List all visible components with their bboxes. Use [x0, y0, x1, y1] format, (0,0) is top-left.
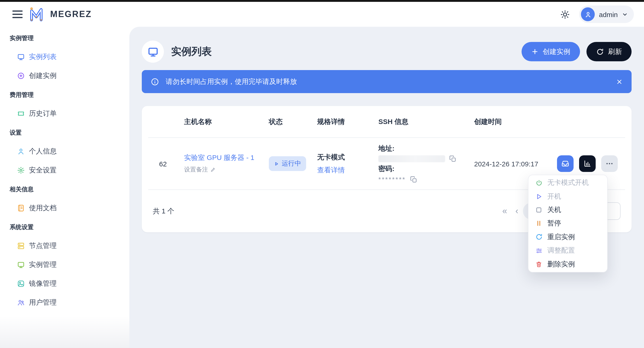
document-icon: [17, 204, 25, 212]
sidebar-item-label: 节点管理: [29, 242, 56, 250]
sidebar-item-docs[interactable]: 使用文档: [0, 199, 129, 218]
ssh-cell: 地址: 密码: ********: [378, 144, 474, 183]
brand-name: MEGREZ: [50, 9, 92, 19]
sidebar-item-image-mgmt[interactable]: 镜像管理: [0, 274, 129, 293]
server-icon: [17, 242, 25, 250]
sidebar-item-label: 镜像管理: [29, 279, 56, 288]
refresh-button[interactable]: 刷新: [586, 42, 632, 61]
ssh-address-redacted: [378, 155, 445, 162]
sidebar-section-instance-mgmt: 实例管理: [0, 29, 129, 48]
top-strip: [0, 0, 644, 2]
sidebar-item-profile[interactable]: 个人信息: [0, 142, 129, 161]
play-icon: [535, 193, 543, 200]
sidebar-item-user-mgmt[interactable]: 用户管理: [0, 293, 129, 312]
sidebar-item-node-mgmt[interactable]: 节点管理: [0, 236, 129, 255]
pencil-icon: [210, 167, 216, 172]
monitoring-button[interactable]: [579, 155, 596, 172]
created-time: 2024-12-26 17:09:17: [474, 160, 557, 167]
sidebar-item-label: 用户管理: [29, 298, 56, 307]
menu-item-shutdown[interactable]: 关机: [528, 203, 607, 217]
console-button[interactable]: [557, 155, 574, 172]
prev-page-icon[interactable]: ‹: [515, 206, 518, 216]
ticket-icon: [17, 110, 25, 117]
row-actions: [557, 155, 632, 172]
set-remark-action[interactable]: 设置备注: [184, 165, 269, 174]
sidebar-item-security[interactable]: 安全设置: [0, 161, 129, 180]
theme-toggle-button[interactable]: [560, 10, 570, 19]
menu-item-label: 关机: [547, 206, 561, 214]
ssh-password-line: ********: [378, 176, 474, 183]
menu-item-power-on[interactable]: 开机: [528, 190, 607, 203]
status-badge: 运行中: [269, 156, 306, 171]
instance-id: 62: [142, 160, 184, 167]
info-icon: [150, 77, 159, 86]
menu-item-resize[interactable]: 调整配置: [528, 244, 607, 257]
first-page-icon[interactable]: «: [502, 206, 507, 216]
view-details-link[interactable]: 查看详情: [317, 166, 378, 175]
menu-item-label: 开机: [547, 192, 561, 201]
banner-close-button[interactable]: [616, 78, 623, 85]
topbar-left: MEGREZ: [12, 7, 92, 22]
user-icon: [17, 147, 25, 155]
create-instance-button[interactable]: 创建实例: [522, 42, 580, 61]
sliders-icon: [535, 247, 543, 254]
app-window: MEGREZ admin 实例管理 实例列表: [0, 0, 644, 348]
users-icon: [17, 299, 25, 306]
page-header-left: 实例列表: [142, 41, 212, 63]
col-ssh-header: SSH 信息: [378, 117, 474, 126]
topbar-right: admin: [560, 6, 634, 23]
chevron-down-icon: [622, 11, 628, 17]
sidebar-section-related-info: 相关信息: [0, 180, 129, 199]
menu-item-label: 删除实例: [547, 260, 575, 268]
notice-banner: 请勿长时间占用实例，使用完毕请及时释放: [142, 70, 632, 93]
sidebar-bottom-fade: [0, 316, 129, 348]
sidebar-item-instance-list[interactable]: 实例列表: [0, 48, 129, 66]
instance-actions-menu: 无卡模式开机 开机 关机 暂停: [528, 175, 608, 272]
menu-item-restart[interactable]: 重启实例: [528, 230, 607, 244]
sidebar-item-label: 安全设置: [29, 166, 56, 175]
menu-item-label: 暂停: [547, 219, 561, 228]
sidebar-section-billing: 费用管理: [0, 85, 129, 104]
sidebar-item-label: 实例管理: [29, 260, 56, 269]
create-instance-label: 创建实例: [543, 47, 570, 56]
sidebar-item-instance-mgmt[interactable]: 实例管理: [0, 255, 129, 274]
stop-icon: [535, 206, 543, 214]
menu-item-label: 无卡模式开机: [547, 178, 589, 187]
avatar: [581, 7, 595, 21]
topbar: MEGREZ admin: [0, 2, 644, 27]
sidebar: 实例管理 实例列表 创建实例 费用管理 历史订单 设置 个人信息: [0, 27, 129, 348]
sidebar-item-label: 历史订单: [29, 109, 56, 118]
ssh-password-masked: ********: [378, 176, 406, 183]
page-title: 实例列表: [171, 45, 212, 59]
sidebar-item-label: 使用文档: [29, 204, 56, 213]
total-count: 共 1 个: [153, 207, 174, 216]
brand-logo-icon: [28, 7, 44, 22]
monitor-icon: [147, 46, 158, 57]
col-hostname-header: 主机名称: [184, 117, 269, 126]
sidebar-item-label: 实例列表: [29, 53, 56, 61]
status-label: 运行中: [282, 159, 301, 168]
sidebar-item-order-history[interactable]: 历史订单: [0, 104, 129, 123]
menu-item-pause[interactable]: 暂停: [528, 217, 607, 231]
monitor-icon: [17, 53, 25, 61]
set-remark-label: 设置备注: [184, 165, 208, 174]
page-actions: 创建实例 刷新: [522, 42, 632, 61]
user-menu[interactable]: admin: [579, 6, 634, 23]
play-icon: [274, 161, 279, 166]
sidebar-section-settings: 设置: [0, 123, 129, 142]
ssh-address-line: [378, 155, 474, 162]
menu-item-delete[interactable]: 删除实例: [528, 257, 607, 271]
sidebar-item-create-instance[interactable]: 创建实例: [0, 66, 129, 85]
image-icon: [17, 280, 25, 288]
copy-address-button[interactable]: [449, 155, 456, 162]
menu-toggle-button[interactable]: [12, 10, 22, 19]
ssh-password-label: 密码:: [378, 164, 474, 173]
menu-item-boot-no-gpu[interactable]: 无卡模式开机: [528, 176, 607, 190]
power-icon: [535, 179, 543, 187]
instance-name-link[interactable]: 实验室 GPU 服务器 - 1: [184, 153, 269, 162]
copy-password-button[interactable]: [410, 176, 417, 183]
refresh-label: 刷新: [608, 47, 622, 56]
notice-banner-text: 请勿长时间占用实例，使用完毕请及时释放: [166, 77, 297, 86]
restart-icon: [535, 233, 543, 241]
more-actions-button[interactable]: [601, 155, 618, 172]
